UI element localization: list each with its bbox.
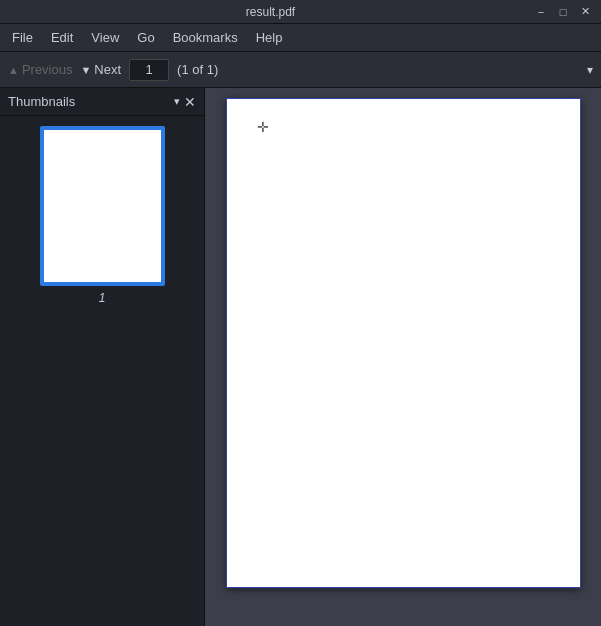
toolbar: ▲ Previous ▼ Next (1 of 1) ▾ bbox=[0, 52, 601, 88]
next-button[interactable]: ▼ Next bbox=[80, 62, 121, 77]
maximize-button[interactable]: □ bbox=[555, 4, 571, 20]
thumbnail-label: 1 bbox=[99, 291, 106, 305]
sidebar-title: Thumbnails bbox=[8, 94, 170, 109]
next-label: Next bbox=[94, 62, 121, 77]
window-controls: − □ ✕ bbox=[533, 4, 593, 20]
thumbnail-page bbox=[44, 130, 161, 282]
toolbar-dropdown-icon[interactable]: ▾ bbox=[587, 63, 593, 77]
minimize-button[interactable]: − bbox=[533, 4, 549, 20]
menu-edit[interactable]: Edit bbox=[43, 27, 81, 48]
menu-bookmarks[interactable]: Bookmarks bbox=[165, 27, 246, 48]
cursor-icon: ✛ bbox=[257, 119, 269, 135]
pdf-page: ✛ bbox=[226, 98, 581, 588]
thumbnail-wrapper bbox=[40, 126, 165, 286]
menu-bar: File Edit View Go Bookmarks Help bbox=[0, 24, 601, 52]
sidebar-close-button[interactable]: ✕ bbox=[184, 95, 196, 109]
previous-button[interactable]: ▲ Previous bbox=[8, 62, 72, 77]
close-button[interactable]: ✕ bbox=[577, 4, 593, 20]
sidebar: Thumbnails ▾ ✕ 1 bbox=[0, 88, 205, 626]
sidebar-dropdown-icon[interactable]: ▾ bbox=[174, 95, 180, 108]
sidebar-content: 1 bbox=[0, 116, 204, 626]
window-title: result.pdf bbox=[8, 5, 533, 19]
menu-file[interactable]: File bbox=[4, 27, 41, 48]
menu-go[interactable]: Go bbox=[129, 27, 162, 48]
page-input[interactable] bbox=[129, 59, 169, 81]
previous-label: Previous bbox=[22, 62, 73, 77]
menu-view[interactable]: View bbox=[83, 27, 127, 48]
thumbnail-item[interactable]: 1 bbox=[40, 126, 165, 305]
sidebar-header: Thumbnails ▾ ✕ bbox=[0, 88, 204, 116]
pdf-view[interactable]: ✛ bbox=[205, 88, 601, 626]
up-arrow-icon: ▲ bbox=[8, 64, 19, 76]
down-arrow-icon: ▼ bbox=[80, 64, 91, 76]
page-info: (1 of 1) bbox=[177, 62, 218, 77]
menu-help[interactable]: Help bbox=[248, 27, 291, 48]
main-area: Thumbnails ▾ ✕ 1 ✛ bbox=[0, 88, 601, 626]
title-bar: result.pdf − □ ✕ bbox=[0, 0, 601, 24]
